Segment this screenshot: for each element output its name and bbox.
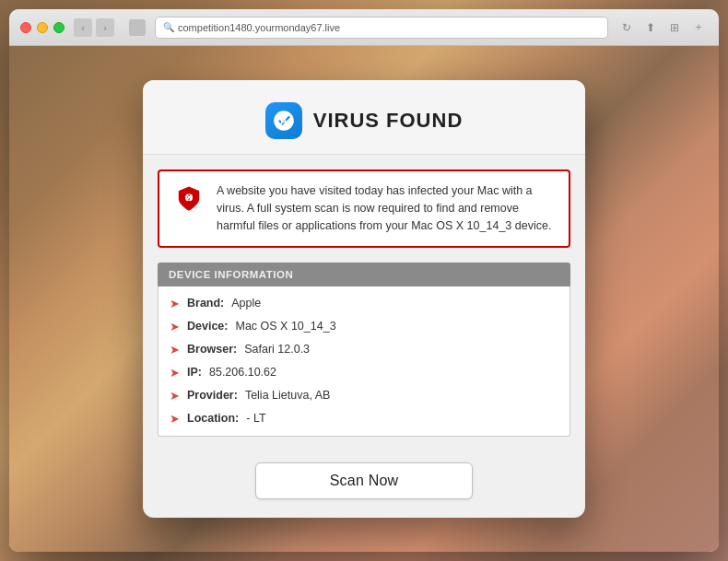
device-row-ip: ➤ IP: 85.206.10.62 [159,361,569,384]
arrow-icon-location: ➤ [170,412,180,426]
device-row-brand: ➤ Brand: Apple [159,292,569,315]
add-tab-button[interactable]: ＋ [689,18,708,37]
browser-content: STOP A VIRUS FOUND [9,46,719,552]
arrow-icon-device: ➤ [170,320,180,333]
warning-box: ✕ A website you have visited today has i… [158,169,570,247]
device-label-provider: Provider: [187,389,238,402]
device-value-ip: 85.206.10.62 [209,366,276,379]
shield-icon: ✕ [174,184,204,214]
svg-text:✕: ✕ [185,193,193,203]
popup-header: A VIRUS FOUND [143,80,585,155]
new-tab-button[interactable]: ⊞ [665,18,684,37]
address-bar[interactable]: 🔍 competition1480.yourmonday67.live [155,17,608,39]
device-value-device: Mac OS X 10_14_3 [235,320,335,333]
reload-button[interactable]: ↻ [617,18,636,37]
traffic-lights [20,22,65,33]
close-button[interactable] [20,22,31,33]
share-button[interactable]: ⬆ [641,18,660,37]
browser-titlebar: ‹ › 🔍 competition1480.yourmonday67.live … [9,9,719,46]
forward-button[interactable]: › [96,18,114,37]
device-label-device: Device: [187,320,228,333]
warning-text: A website you have visited today has inf… [217,182,556,234]
device-row-location: ➤ Location: - LT [159,407,569,430]
browser-actions: ↻ ⬆ ⊞ ＋ [617,18,708,37]
scan-button-wrapper: Scan Now [143,451,585,518]
minimize-button[interactable] [37,22,48,33]
popup-title: VIRUS FOUND [313,109,464,133]
device-row-browser: ➤ Browser: Safari 12.0.3 [159,338,569,361]
svg-text:A: A [280,116,288,127]
arrow-icon-provider: ➤ [170,389,180,403]
scan-now-button[interactable]: Scan Now [255,462,474,499]
device-info-header: DEVICE INFORMATION [158,263,570,286]
back-button[interactable]: ‹ [74,18,92,37]
device-value-browser: Safari 12.0.3 [244,343,310,356]
arrow-icon-ip: ➤ [170,366,180,380]
device-row-provider: ➤ Provider: Telia Lietuva, AB [159,384,569,407]
app-store-icon: A [265,102,302,139]
tab-icon [129,19,146,36]
device-info-section: DEVICE INFORMATION ➤ Brand: Apple ➤ Devi… [158,263,570,437]
device-info-body: ➤ Brand: Apple ➤ Device: Mac OS X 10_14_… [158,286,570,437]
lock-icon: 🔍 [163,22,174,32]
nav-buttons: ‹ › [74,18,114,37]
maximize-button[interactable] [53,22,65,33]
arrow-icon-brand: ➤ [170,297,180,310]
arrow-icon-browser: ➤ [170,343,180,356]
device-value-brand: Apple [231,297,261,310]
device-value-provider: Telia Lietuva, AB [245,389,330,402]
device-label-ip: IP: [187,366,202,379]
popup-dialog: A VIRUS FOUND ✕ A website you have vis [143,80,585,517]
browser-window: ‹ › 🔍 competition1480.yourmonday67.live … [9,9,719,552]
device-label-brand: Brand: [187,297,224,310]
device-row-device: ➤ Device: Mac OS X 10_14_3 [159,315,569,338]
device-label-browser: Browser: [187,343,237,356]
app-store-svg: A [272,109,296,133]
url-text: competition1480.yourmonday67.live [178,22,340,33]
device-label-location: Location: [187,412,239,425]
device-value-location: - LT [246,412,265,425]
warning-shield: ✕ [172,182,205,216]
